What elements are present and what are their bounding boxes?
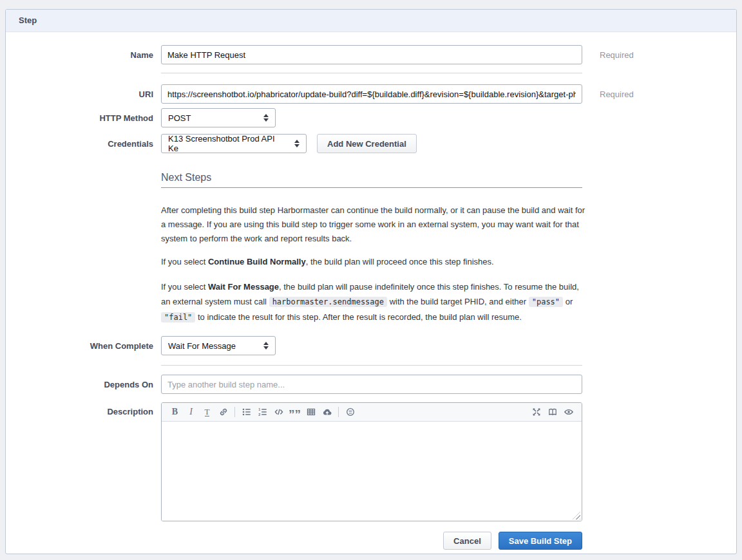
remarkup-toolbar: B I T 12: [162, 403, 582, 422]
panel-title: Step: [6, 10, 736, 32]
uri-input[interactable]: [161, 84, 582, 104]
next-steps-heading: Next Steps: [161, 172, 582, 188]
description-row: Description B I T: [6, 402, 736, 521]
select-arrows-icon: [263, 114, 269, 122]
when-complete-label: When Complete: [6, 341, 153, 351]
credentials-value: K13 Screenshotbot Prod API Ke: [168, 134, 287, 153]
http-method-select[interactable]: POST: [161, 108, 276, 127]
help-book-icon[interactable]: [544, 405, 560, 419]
code-block-icon[interactable]: [271, 405, 287, 419]
when-complete-value: Wait For Message: [168, 341, 236, 351]
next-steps-paragraph-1: After completing this build step Harborm…: [161, 203, 586, 246]
form-divider: [161, 73, 582, 73]
form-actions: Cancel Save Build Step: [161, 532, 582, 550]
name-input[interactable]: [161, 45, 582, 64]
when-complete-select[interactable]: Wait For Message: [161, 336, 276, 355]
emoji-icon[interactable]: [342, 405, 358, 419]
depends-on-input[interactable]: [161, 375, 582, 394]
depends-on-row: Depends On: [6, 375, 736, 394]
credentials-label: Credentials: [6, 139, 153, 149]
next-steps-paragraph-3: If you select Wait For Message, the buil…: [161, 279, 586, 325]
bold-icon[interactable]: B: [167, 405, 183, 419]
credentials-row: Credentials K13 Screenshotbot Prod API K…: [6, 134, 736, 153]
select-arrows-icon: [294, 140, 300, 147]
upload-file-icon[interactable]: [319, 405, 335, 419]
ordered-list-icon[interactable]: 12: [254, 405, 271, 419]
depends-on-label: Depends On: [6, 380, 153, 389]
uri-required-hint: Required: [600, 89, 634, 99]
link-icon[interactable]: [215, 405, 231, 419]
http-method-value: POST: [168, 113, 191, 123]
select-arrows-icon: [263, 342, 269, 350]
remarkup-editor: B I T 12: [161, 402, 582, 521]
italic-icon[interactable]: I: [183, 405, 199, 419]
add-new-credential-button[interactable]: Add New Credential: [317, 134, 417, 153]
form-divider: [161, 365, 582, 366]
toolbar-separator: [338, 407, 339, 417]
name-row: Name Required: [6, 45, 736, 64]
next-steps-paragraph-2: If you select Continue Build Normally, t…: [161, 255, 586, 269]
unordered-list-icon[interactable]: [238, 405, 254, 419]
code-pass: "pass": [529, 297, 563, 307]
cancel-button[interactable]: Cancel: [443, 532, 491, 550]
fullscreen-icon[interactable]: [528, 405, 544, 419]
svg-text:1: 1: [258, 407, 260, 411]
when-complete-row: When Complete Wait For Message: [6, 336, 736, 355]
toolbar-separator: [234, 407, 235, 417]
http-method-label: HTTP Method: [6, 113, 153, 123]
quote-icon[interactable]: ””: [287, 405, 303, 419]
code-harbormaster-sendmessage: harbormaster.sendmessage: [269, 297, 387, 307]
credentials-select[interactable]: K13 Screenshotbot Prod API Ke: [161, 134, 307, 153]
description-label: Description: [6, 402, 153, 416]
description-textarea[interactable]: [162, 422, 582, 521]
svg-text:2: 2: [258, 413, 260, 416]
name-required-hint: Required: [600, 50, 634, 60]
save-build-step-button[interactable]: Save Build Step: [499, 532, 582, 550]
step-edit-panel: Step Name Required URI Required HTTP Met…: [5, 9, 737, 554]
monospace-icon[interactable]: T: [199, 405, 215, 419]
uri-row: URI Required: [6, 84, 736, 104]
preview-eye-icon[interactable]: [560, 405, 576, 419]
http-method-row: HTTP Method POST: [6, 108, 736, 127]
name-label: Name: [6, 50, 153, 60]
uri-label: URI: [6, 89, 153, 99]
build-step-form: Name Required URI Required HTTP Method P…: [6, 32, 736, 550]
table-icon[interactable]: [303, 405, 319, 419]
code-fail: "fail": [161, 312, 195, 322]
